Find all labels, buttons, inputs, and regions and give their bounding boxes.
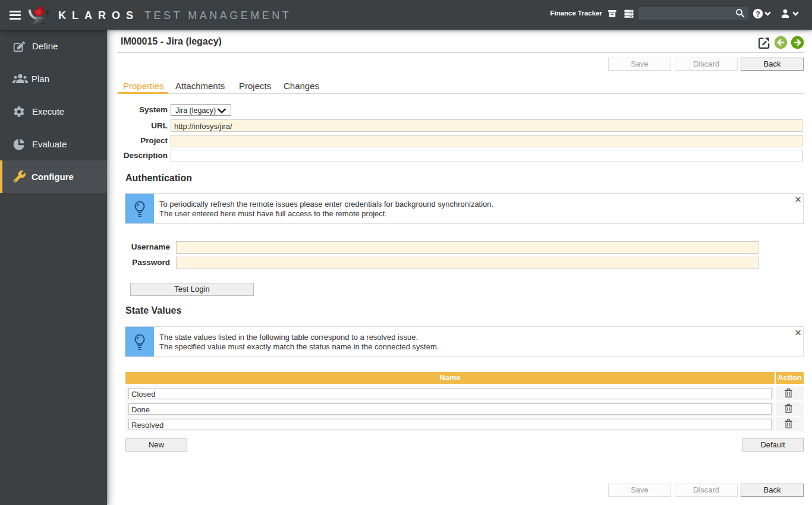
svg-text:?: ? xyxy=(756,10,760,18)
